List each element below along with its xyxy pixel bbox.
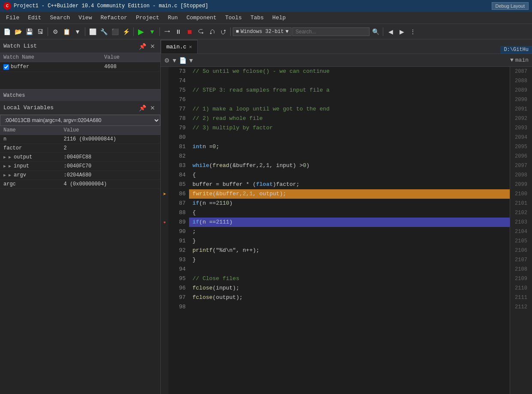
toolbar-run-arrow[interactable]: ▼	[147, 27, 157, 37]
locals-row[interactable]: ▶ input:0040FC70	[0, 162, 160, 171]
editor-icon2[interactable]: 📄	[179, 57, 186, 64]
toolbar-forward[interactable]: ▶	[397, 27, 407, 37]
menu-tabs[interactable]: Tabs	[246, 13, 268, 23]
code-line[interactable]	[189, 133, 510, 142]
toolbar-debug3[interactable]: ⮍	[218, 27, 228, 37]
toolbar-stop[interactable]: ⏹	[184, 27, 195, 37]
watches-footer: Watches	[0, 89, 160, 101]
right-gutter-num: 2091	[510, 104, 532, 114]
toolbar-btn7[interactable]: ⚡	[121, 27, 131, 37]
menu-run[interactable]: Run	[164, 13, 182, 23]
locals-row[interactable]: ▶ output:0040FC88	[0, 153, 160, 162]
watch-list-pin[interactable]: 📌	[138, 42, 147, 51]
platform-dropdown[interactable]: ■ Windows 32-bit ▼	[233, 27, 292, 36]
code-line[interactable]: int n = 0;	[189, 142, 510, 152]
editor-icon1[interactable]: ⚙	[164, 57, 170, 64]
code-line[interactable]: fclose(input);	[189, 284, 510, 293]
menu-edit[interactable]: Edit	[24, 13, 45, 23]
menu-component[interactable]: Component	[182, 13, 221, 23]
code-line[interactable]: buffer = buffer * (float)factor;	[189, 180, 510, 189]
local-vars-close[interactable]: ✕	[148, 104, 157, 112]
stack-frame-selector[interactable]: :004013CB main(argc=4, argv=:0204A680	[0, 115, 160, 126]
toolbar-debug1[interactable]: ⮎	[195, 27, 206, 37]
toolbar-pause[interactable]: ⏸	[173, 27, 183, 37]
toolbar-save-all[interactable]: 🖫	[35, 27, 45, 37]
toolbar-open[interactable]: 📂	[13, 27, 23, 37]
line-number: 78	[170, 114, 186, 123]
menu-project[interactable]: Project	[132, 13, 164, 23]
code-line[interactable]: printf("%d\n", n++);	[189, 246, 510, 255]
code-line[interactable]: if (n == 2110)	[189, 199, 510, 208]
toolbar-btn2[interactable]: 📋	[61, 27, 72, 37]
code-line[interactable]	[189, 76, 510, 86]
local-vars-pin[interactable]: 📌	[138, 104, 147, 112]
right-gutter-num: 2098	[510, 170, 532, 180]
menu-tools[interactable]: Tools	[221, 13, 246, 23]
editor-chevron1[interactable]: ▼	[171, 57, 177, 64]
right-gutter-num: 2096	[510, 152, 532, 161]
watch-row[interactable]: buffer 4608	[0, 62, 160, 72]
locals-row[interactable]: factor2	[0, 144, 160, 153]
code-line[interactable]: // 3) multiply by factor	[189, 123, 510, 133]
menu-file[interactable]: File	[2, 13, 24, 23]
code-line[interactable]: fclose(output);	[189, 293, 510, 302]
toolbar-debug2[interactable]: ⮏	[207, 27, 217, 37]
code-line[interactable]	[189, 302, 510, 312]
toolbar-run[interactable]: ▶	[136, 27, 146, 37]
line-number: 86	[170, 189, 186, 199]
code-line[interactable]: ;	[189, 227, 510, 236]
code-line[interactable]	[189, 265, 510, 274]
right-gutter-num: 2097	[510, 161, 532, 170]
locals-row[interactable]: n2116 (0x00000844)	[0, 135, 160, 144]
gutter-item	[161, 170, 168, 180]
toolbar-btn1[interactable]: ⚙	[50, 27, 60, 37]
tab-main-c[interactable]: main.c ✕	[161, 40, 198, 54]
locals-value-cell: 4 (0x00000004)	[60, 180, 160, 189]
toolbar-back[interactable]: ◀	[385, 27, 396, 37]
menu-view[interactable]: View	[74, 13, 96, 23]
code-line[interactable]: {	[189, 208, 510, 218]
separator-3	[133, 27, 134, 36]
toolbar-step[interactable]: ⭢	[162, 27, 172, 37]
code-line[interactable]: // STEP 3: read samples from input file …	[189, 86, 510, 95]
gutter-item: ●	[161, 218, 168, 227]
locals-row[interactable]: ▶ argv:0204A680	[0, 171, 160, 180]
code-line[interactable]: // 2) read whole file	[189, 114, 510, 123]
watch-list-close[interactable]: ✕	[148, 42, 157, 51]
code-line[interactable]: while (fread(&buffer, 2, 1, input) > 0)	[189, 161, 510, 170]
toolbar-btn5[interactable]: 🔧	[99, 27, 109, 37]
editor-chevron2[interactable]: ▼	[188, 57, 194, 64]
line-number: 89	[170, 218, 186, 227]
code-content[interactable]: // So until we fclose() - we can continu…	[189, 67, 510, 394]
toolbar-new[interactable]: 📄	[2, 27, 12, 37]
menu-refactor[interactable]: Refactor	[96, 13, 131, 23]
right-gutter-num: 2108	[510, 265, 532, 274]
right-gutter-num: 2087	[510, 67, 532, 76]
toolbar-save[interactable]: 💾	[24, 27, 34, 37]
code-line[interactable]	[189, 95, 510, 104]
menu-help[interactable]: Help	[268, 13, 290, 23]
watch-list-section: Watch List 📌 ✕ Watch Name Value	[0, 39, 160, 101]
watch-checkbox[interactable]	[3, 64, 9, 70]
code-line[interactable]: }	[189, 255, 510, 265]
menu-search[interactable]: Search	[45, 13, 74, 23]
toolbar-btn6[interactable]: ⬛	[110, 27, 120, 37]
code-line[interactable]: }	[189, 236, 510, 246]
code-line[interactable]: {	[189, 170, 510, 180]
right-gutter-num: 2111	[510, 293, 532, 302]
code-line[interactable]: fwrite(&buffer, 2, 1, output);	[189, 189, 510, 199]
toolbar-btn4[interactable]: ⬜	[87, 27, 98, 37]
code-line[interactable]: // 1) make a loop until we got to the en…	[189, 104, 510, 114]
code-line[interactable]: if (n == 2111)	[189, 218, 510, 227]
code-area: ➤● 7374757677787980818283848586878889909…	[161, 67, 532, 394]
code-line[interactable]	[189, 152, 510, 161]
toolbar-search-input[interactable]	[292, 27, 370, 36]
code-line[interactable]: // So until we fclose() - we can continu…	[189, 67, 510, 76]
debug-layout-button[interactable]: Debug Layout	[492, 2, 529, 10]
toolbar-more[interactable]: ⋮	[408, 27, 418, 37]
code-line[interactable]: // Close files	[189, 274, 510, 284]
toolbar-search-btn[interactable]: 🔍	[370, 27, 381, 37]
tab-close-btn[interactable]: ✕	[189, 44, 192, 50]
toolbar-btn3[interactable]: ▼	[72, 27, 83, 37]
locals-row[interactable]: argc4 (0x00000004)	[0, 180, 160, 189]
